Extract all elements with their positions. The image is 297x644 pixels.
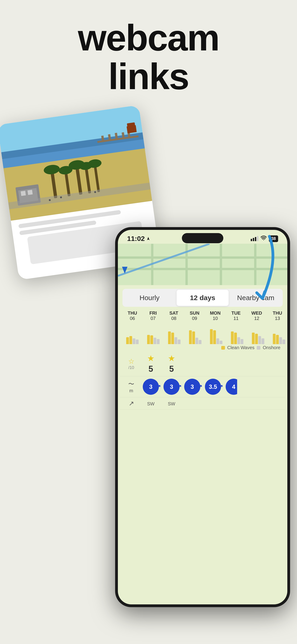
rating-cell: ★5 [161, 354, 182, 374]
svg-rect-25 [28, 190, 33, 195]
direction-cell: SW [161, 400, 182, 406]
wave-circle: 3 ↗ [164, 379, 180, 395]
wave-bar-group [248, 321, 268, 344]
rating-cell: ★5 [140, 354, 161, 374]
direction-cells: SWSWSWSWSWSW [140, 400, 185, 406]
wave-circle: 4 ↗ [226, 379, 237, 395]
wave-height-cell: 3.5 ↗ [202, 379, 223, 395]
page-title: webcam links [9, 18, 288, 96]
wave-height-cell: 3 ↗ [182, 379, 202, 395]
svg-rect-24 [21, 191, 26, 196]
header-section: webcam links [0, 0, 297, 110]
wave-bar [240, 339, 243, 344]
wave-bar [273, 334, 276, 344]
wave-bar [231, 332, 234, 344]
wave-bar-group [143, 321, 164, 344]
wave-bar [154, 338, 156, 344]
tab-12days[interactable]: 12 days [176, 290, 229, 306]
ratings-cells: ★5★5★3☆0☆0★2 [140, 354, 185, 374]
forecast-scroll[interactable]: THU06FRI07SAT08SUN09MON10TUE11WED12THU13… [118, 310, 287, 410]
wave-direction-arrow: ↗ [156, 384, 161, 390]
wave-bar [276, 335, 279, 344]
wave-bar [210, 329, 213, 344]
onshore-label: Onshore [263, 345, 280, 350]
wave-bar [157, 339, 160, 344]
wave-bar [234, 332, 237, 344]
direction-cell: SW [182, 400, 185, 406]
wave-bar [150, 335, 153, 344]
wave-bar [213, 330, 216, 344]
wave-bar [168, 332, 171, 344]
wave-bar [130, 336, 132, 344]
wave-bar [178, 340, 180, 344]
wave-bar-group [164, 321, 185, 344]
wave-bar [192, 332, 195, 344]
arrow-annotation [232, 225, 278, 318]
wave-height-cell: 3 ↗ [161, 379, 182, 395]
wave-bar [147, 335, 150, 344]
wave-bar [237, 337, 240, 344]
wave-bar [258, 336, 261, 344]
day-label: FRI07 [143, 310, 164, 321]
day-label: SUN09 [184, 310, 205, 321]
wave-bar [279, 337, 282, 344]
wave-bar-group [122, 321, 143, 344]
beach-webcam-image [0, 105, 152, 221]
direction-text: SW [147, 401, 154, 406]
wave-bar-group [185, 321, 206, 344]
day-label: MON10 [205, 310, 226, 321]
day-label: THU06 [122, 310, 143, 321]
wave-bar [132, 338, 136, 344]
clean-waves-legend-dot [221, 346, 225, 350]
wave-bar [216, 338, 219, 344]
direction-text: SW [168, 401, 175, 406]
wave-bar [126, 337, 129, 344]
wave-bar [252, 332, 255, 344]
wave-direction-arrow: ↗ [219, 384, 223, 390]
tab-hourly[interactable]: Hourly [124, 290, 176, 306]
direction-row: ↗ SWSWSWSWSWSW [120, 397, 285, 410]
wave-bar-group [227, 321, 248, 344]
wave-height-cell: 4 ↗ [223, 379, 237, 395]
wave-height-cells: 3 ↗ 3 ↗ 3 ↗ 3.5 ↗ 4 ↗ 3 ↗ [140, 379, 237, 395]
wave-height-cell: 3 ↗ [140, 379, 161, 395]
direction-row-label: ↗ [122, 400, 140, 407]
legend-row: Clean Waves Onshore [120, 344, 285, 351]
wave-bar-group [206, 321, 226, 344]
wave-circle: 3 ↗ [143, 379, 159, 395]
wave-bar [220, 341, 222, 344]
rating-cell: ★3 [182, 354, 185, 374]
wave-circle: 3.5 ↗ [205, 379, 221, 395]
wave-direction-arrow: ↗ [198, 384, 202, 390]
wave-bar [282, 340, 285, 344]
clean-waves-label: Clean Waves [227, 345, 254, 350]
wave-height-row-label: 〜 m [122, 380, 140, 394]
wave-bar-group [269, 321, 287, 344]
wave-bar [136, 340, 138, 344]
wave-direction-arrow: ↗ [177, 384, 182, 390]
wave-bar [174, 337, 177, 344]
wave-height-row: 〜 m 3 ↗ 3 ↗ 3 ↗ 3.5 ↗ 4 ↗ 3 [120, 376, 285, 397]
status-time: 11:02 [127, 235, 150, 242]
wave-bar [262, 338, 264, 344]
day-label: SAT08 [164, 310, 184, 321]
wave-bar [199, 340, 202, 344]
wave-bars-row [120, 321, 285, 344]
ratings-row-label: ☆ /10 [122, 357, 140, 370]
wave-bar [171, 332, 174, 344]
wave-circle: 3 ↗ [184, 379, 200, 395]
wave-bar [255, 334, 258, 344]
ratings-row: ☆ /10 ★5★5★3☆0☆0★2 [120, 351, 285, 376]
direction-cell: SW [140, 400, 161, 406]
wave-bar [189, 330, 192, 344]
onshore-legend-dot [257, 346, 260, 350]
scene-container: 11:02 [0, 110, 297, 607]
location-arrow-icon [146, 236, 150, 241]
wave-bar [196, 338, 198, 344]
dynamic-island [182, 233, 223, 243]
